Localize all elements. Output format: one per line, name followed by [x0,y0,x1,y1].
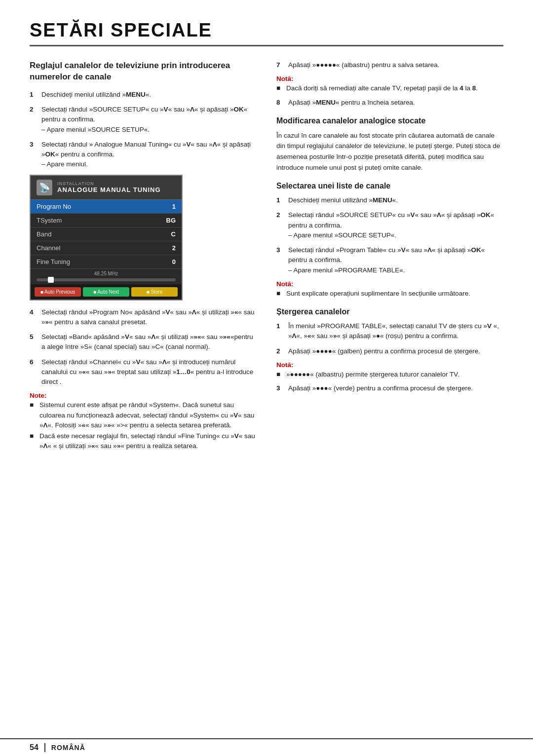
note-item: ■ »●●●●●« (albastru) permite ștergerea t… [276,370,503,379]
step-text: Apăsați »●●●●« (galben) pentru a confirm… [288,346,480,356]
step-number: 5 [30,332,38,352]
step-text: Selectați rândul »Program Table« cu »V« … [288,245,503,275]
table-row: Program No 1 [31,200,182,214]
step-text: Selectați rândul »SOURCE SETUP« cu »V« s… [41,105,257,135]
note-item: ■ Dacă doriți să remediați alte canale T… [276,83,503,93]
list-item: 2 Selectați rândul »SOURCE SETUP« cu »V«… [30,105,257,135]
menu-main-title: ANALOGUE MANUAL TUNING [57,186,161,193]
right-steps-list: 7 Apăsați »●●●●●« (albastru) pentru a sa… [276,60,503,70]
list-item: 6 Selectați rândul »Channel« cu »V« sau … [30,357,257,387]
list-item: 5 Selectați »Band« apăsând »V« sau »Λ« ș… [30,332,257,352]
list-item: 2 Apăsați »●●●●« (galben) pentru a confi… [276,346,503,356]
menu-header: 📡 INSTALLATION ANALOGUE MANUAL TUNING [31,176,182,200]
note-item: ■ Sunt explicate operațiuni suplimentare… [276,289,503,299]
menu-header-text: INSTALLATION ANALOGUE MANUAL TUNING [57,181,161,193]
subsection1-title: Selectarea unei liste de canale [276,182,503,190]
list-item: 3 Apăsați »●●●« (verde) pentru a confirm… [276,383,503,393]
list-item: 4 Selectați rândul »Program No« apăsând … [30,307,257,328]
steps-list: 1 Deschideți meniul utilizând »MENU«. 2 … [30,90,257,170]
step-text: Selectați rândul » Analogue Manual Tunin… [41,140,257,170]
list-item: 3 Selectați rândul » Analogue Manual Tun… [30,140,257,170]
steps-continued-list: 4 Selectați rândul »Program No« apăsând … [30,307,257,387]
note-label: Note: [30,392,257,399]
section1-title: Reglajul canalelor de televiziune prin i… [30,60,257,83]
right-column: 7 Apăsați »●●●●●« (albastru) pentru a sa… [276,60,503,455]
step-number: 1 [276,321,284,341]
auto-previous-button[interactable]: ■ Auto Previous [35,287,81,297]
note-text: Sunt explicate operațiuni suplimentare î… [286,289,470,299]
table-row: TSystem BG [31,213,182,227]
step-text: Deschideți meniul utilizând »MENU«. [288,195,398,205]
list-item: 1 Deschideți meniul utilizând »MENU«. [30,90,257,100]
slider-track [37,278,176,281]
subsection1-steps: 1 Deschideți meniul utilizând »MENU«. 2 … [276,195,503,275]
freq-display: 48.25 MHz [31,269,182,277]
row-label: Channel [31,241,134,255]
footer-bar: 54 ROMÂNĂ [0,738,533,756]
note-text: Sistemul curent este afișat pe rândul »S… [39,400,257,430]
subsection2-title: Ștergerea canalelor [276,307,503,316]
slider-thumb [48,277,54,283]
nota-label: Notă: [276,75,503,82]
row-value: C [134,227,182,241]
note-text: Dacă doriți să remediați alte canale TV,… [286,83,478,93]
nota-label: Notă: [276,280,503,288]
table-row: Band C [31,227,182,241]
right-steps-list-2: 8 Apăsați »MENU« pentru a încheia setare… [276,98,503,108]
list-item: 7 Apăsați »●●●●●« (albastru) pentru a sa… [276,60,503,70]
row-value: 0 [134,255,182,268]
step-text: Selectați »Band« apăsând »V« sau »Λ« și … [41,332,257,352]
section2-title: Modificarea canalelor analogice stocate [276,116,503,125]
nota3-box: Notă: ■ »●●●●●« (albastru) permite șterg… [276,361,503,379]
table-row: Fine Tuning 0 [31,255,182,268]
bullet-icon: ■ [276,289,283,299]
list-item: 3 Selectați rândul »Program Table« cu »V… [276,245,503,275]
step-text: În meniul »PROGRAME TABLE«, selectați ca… [288,321,503,341]
bullet-icon: ■ [30,431,37,452]
step-number: 2 [276,346,284,356]
bullet-icon: ■ [30,400,37,430]
note-text: »●●●●●« (albastru) permite ștergerea tut… [286,370,459,379]
tv-menu-box: 📡 INSTALLATION ANALOGUE MANUAL TUNING Pr… [30,175,183,301]
step-number: 4 [30,307,38,328]
note-text: Dacă este necesar reglajul fin, selectaț… [39,431,257,452]
step-text: Apăsați »●●●●●« (albastru) pentru a salv… [288,60,439,70]
nota2-box: Notă: ■ Sunt explicate operațiuni suplim… [276,280,503,299]
row-label: Band [31,227,134,241]
menu-table: Program No 1 TSystem BG Band C Channel 2… [31,200,182,269]
table-row: Channel 2 [31,241,182,255]
row-value: BG [134,213,182,227]
store-button[interactable]: ■ Store [131,287,178,297]
auto-next-button[interactable]: ■ Auto Next [83,287,129,297]
note-box: Note: ■ Sistemul curent este afișat pe r… [30,392,257,451]
step-text: Apăsați »●●●« (verde) pentru a confirma … [288,383,473,393]
left-column: Reglajul canalelor de televiziune prin i… [30,60,257,455]
step-number: 1 [30,90,38,100]
step-text: Deschideți meniul utilizând »MENU«. [41,90,151,100]
slider-row [31,277,182,284]
bullet-icon: ■ [276,370,283,379]
row-label: Fine Tuning [31,255,134,268]
step-number: 3 [276,245,284,275]
step-text: Selectați rândul »SOURCE SETUP« cu »V« s… [288,210,503,240]
step-number: 7 [276,60,284,70]
row-label: TSystem [31,213,134,227]
step-number: 2 [30,105,38,135]
row-value: 2 [134,241,182,255]
list-item: 2 Selectați rândul »SOURCE SETUP« cu »V«… [276,210,503,240]
row-value: 1 [134,200,182,214]
step-text: Selectați rândul »Channel« cu »V« sau »Λ… [41,357,257,387]
step-text: Apăsați »MENU« pentru a încheia setarea. [288,98,415,108]
footer-page-number: 54 [30,743,45,752]
menu-icon: 📡 [37,180,52,195]
menu-sub-title: INSTALLATION [57,181,161,186]
step-number: 8 [276,98,284,108]
note-item: ■ Sistemul curent este afișat pe rândul … [30,400,257,430]
subsection2-steps: 1 În meniul »PROGRAME TABLE«, selectați … [276,321,503,356]
row-label: Program No [31,200,134,214]
list-item: 1 Deschideți meniul utilizând »MENU«. [276,195,503,205]
nota-label: Notă: [276,361,503,369]
step-number: 2 [276,210,284,240]
step-number: 3 [30,140,38,170]
list-item: 1 În meniul »PROGRAME TABLE«, selectați … [276,321,503,341]
